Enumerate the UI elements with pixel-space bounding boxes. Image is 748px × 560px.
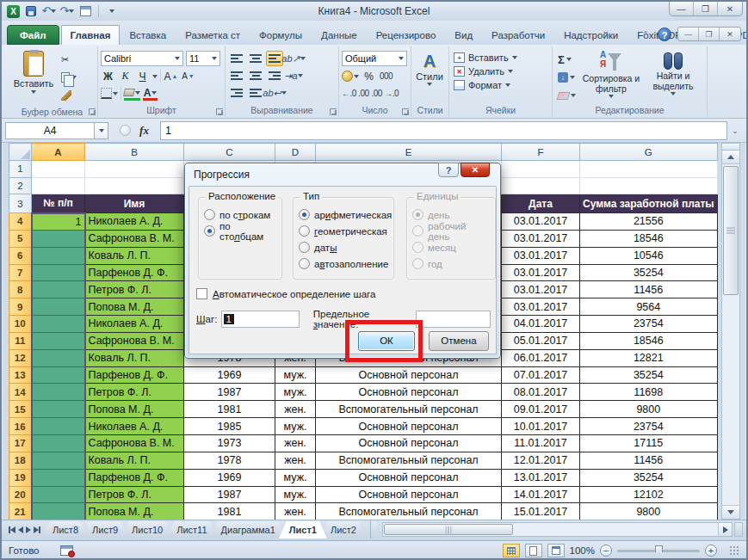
cell-A10[interactable] <box>32 316 85 333</box>
cell-gender-20[interactable]: муж. <box>275 486 316 503</box>
cell-sum-12[interactable]: 12821 <box>580 349 718 366</box>
workbook-minimize-button[interactable]: — <box>678 28 699 40</box>
align-middle-button[interactable] <box>247 51 264 66</box>
cell-name-15[interactable]: Попова М. Д. <box>85 401 184 418</box>
cell-sum-18[interactable]: 11456 <box>580 452 718 469</box>
align-center-button[interactable] <box>247 68 264 83</box>
first-sheet-button[interactable] <box>9 526 15 533</box>
tab-Вид[interactable]: Вид <box>445 25 482 45</box>
tab-Разметка ст[interactable]: Разметка ст <box>176 25 250 45</box>
cell-A13[interactable] <box>32 366 85 384</box>
cell-sum-5[interactable]: 18546 <box>580 230 718 247</box>
cell-year-13[interactable]: 1969 <box>184 366 275 384</box>
cell-date-8[interactable]: 03.01.2017 <box>502 281 580 298</box>
limit-input[interactable] <box>416 311 491 328</box>
cell-A21[interactable] <box>32 503 85 520</box>
formula-input[interactable]: 1 <box>160 121 727 140</box>
cell-year-15[interactable]: 1981 <box>184 401 275 418</box>
fill-color-button[interactable] <box>124 86 140 101</box>
sheet-tab-Диаграмма1[interactable]: Диаграмма1 <box>211 521 286 538</box>
column-header-E[interactable]: E <box>316 144 502 161</box>
find-select-button[interactable]: Найти и выделить <box>642 48 704 105</box>
cell-A6[interactable] <box>32 247 85 264</box>
row-header-8[interactable]: 8 <box>9 281 32 298</box>
fill-button[interactable]: ↓ <box>556 70 578 85</box>
format-cells-button[interactable]: Формат <box>454 80 517 90</box>
zoom-in-button[interactable]: + <box>705 545 717 557</box>
row-header-2[interactable]: 2 <box>9 177 32 194</box>
cell-dept-14[interactable]: Основной персонал <box>316 384 502 401</box>
sheet-tab-Лист11[interactable]: Лист11 <box>166 521 217 538</box>
cell-date-20[interactable]: 14.01.2017 <box>502 486 580 503</box>
dialog-close-button[interactable]: ✕ <box>461 163 490 177</box>
cell-sum-10[interactable]: 23754 <box>580 316 718 333</box>
normal-view-button[interactable] <box>503 544 520 557</box>
cell-dept-19[interactable]: Основной персонал <box>316 469 502 486</box>
tab-Надстройки[interactable]: Надстройки <box>554 25 627 45</box>
collapse-ribbon-icon[interactable]: ⌃ <box>640 29 652 40</box>
increase-indent-button[interactable] <box>247 85 264 101</box>
delete-cells-button[interactable]: ✕Удалить <box>454 66 517 77</box>
cell-G2[interactable] <box>580 177 718 194</box>
help-icon[interactable]: ? <box>658 28 671 41</box>
workbook-close-button[interactable]: ✕ <box>720 28 740 40</box>
cell-A5[interactable] <box>32 230 85 247</box>
cell-gender-19[interactable]: муж. <box>275 469 316 486</box>
row-header-7[interactable]: 7 <box>9 264 32 281</box>
save-button[interactable] <box>24 5 38 18</box>
cell-date-16[interactable]: 10.01.2017 <box>502 418 580 435</box>
increase-decimal-button[interactable]: ←.0 .00 <box>342 86 369 101</box>
table-header-A[interactable]: № п/п <box>32 194 85 213</box>
table-header-G[interactable]: Сумма заработной платы <box>580 194 718 213</box>
cell-dept-17[interactable]: Основной персонал <box>316 434 502 452</box>
auto-step-checkbox[interactable]: Автоматическое определение шага <box>196 288 375 299</box>
cell-sum-21[interactable]: 9800 <box>580 503 718 520</box>
cell-sum-20[interactable]: 12102 <box>580 486 718 503</box>
restore-button[interactable]: ❐ <box>694 2 718 15</box>
cell-date-13[interactable]: 07.01.2017 <box>502 366 580 384</box>
cell-sum-9[interactable]: 9564 <box>580 298 718 316</box>
vertical-scrollbar[interactable] <box>721 143 740 520</box>
record-macro-icon[interactable] <box>60 545 73 556</box>
cell-date-5[interactable]: 03.01.2017 <box>502 230 580 247</box>
number-dialog-launcher-icon[interactable] <box>402 108 409 115</box>
wrap-text-button[interactable]: ab↩ <box>266 85 283 101</box>
cell-sum-11[interactable]: 18546 <box>580 332 718 349</box>
cell-name-18[interactable]: Коваль Л. П. <box>85 452 184 469</box>
decrease-decimal-button[interactable]: .00 →.0 <box>372 86 399 101</box>
scroll-down-button[interactable] <box>722 505 739 519</box>
page-break-view-button[interactable] <box>547 544 565 557</box>
percent-style-button[interactable]: % <box>362 69 376 83</box>
scroll-up-button[interactable] <box>722 151 739 164</box>
expand-formula-bar-icon[interactable]: ⌄ <box>727 121 743 140</box>
customize-qat-button[interactable] <box>105 5 119 18</box>
styles-button[interactable]: А Стили <box>414 48 445 105</box>
font-dialog-launcher-icon[interactable] <box>216 108 223 115</box>
name-box-dropdown[interactable] <box>95 122 108 139</box>
tab-split-handle[interactable] <box>370 521 377 538</box>
radio-даты[interactable]: даты <box>299 239 388 255</box>
radio-арифметическая[interactable]: арифметическая <box>299 206 388 223</box>
cell-A11[interactable] <box>32 332 85 349</box>
cell-date-21[interactable]: 15.01.2017 <box>502 503 580 520</box>
merge-center-button[interactable]: ⇥a <box>285 68 302 83</box>
row-header-16[interactable]: 16 <box>9 418 32 435</box>
excel-logo-icon[interactable]: X <box>7 5 20 18</box>
row-header-13[interactable]: 13 <box>9 366 32 384</box>
cell-B2[interactable] <box>85 177 184 194</box>
insert-function-icon[interactable]: fx <box>139 124 149 138</box>
worksheet-shortcut-button[interactable] <box>78 5 92 18</box>
row-header-9[interactable]: 9 <box>9 298 32 316</box>
cell-dept-15[interactable]: Вспомогательный персонал <box>316 401 502 418</box>
workbook-restore-button[interactable]: ❐ <box>699 28 720 40</box>
cell-date-17[interactable]: 11.01.2017 <box>502 434 580 452</box>
column-header-C[interactable]: C <box>184 144 275 161</box>
cell-F1[interactable] <box>502 161 580 178</box>
cell-gender-13[interactable]: муж. <box>275 366 316 384</box>
cell-sum-8[interactable]: 11456 <box>580 281 718 298</box>
sheet-tab-Лист1[interactable]: Лист1 <box>279 521 327 538</box>
cell-name-19[interactable]: Парфенов Д. Ф. <box>85 469 184 486</box>
row-header-21[interactable]: 21 <box>9 503 32 520</box>
cell-sum-7[interactable]: 35254 <box>580 264 718 281</box>
row-header-19[interactable]: 19 <box>9 469 32 486</box>
